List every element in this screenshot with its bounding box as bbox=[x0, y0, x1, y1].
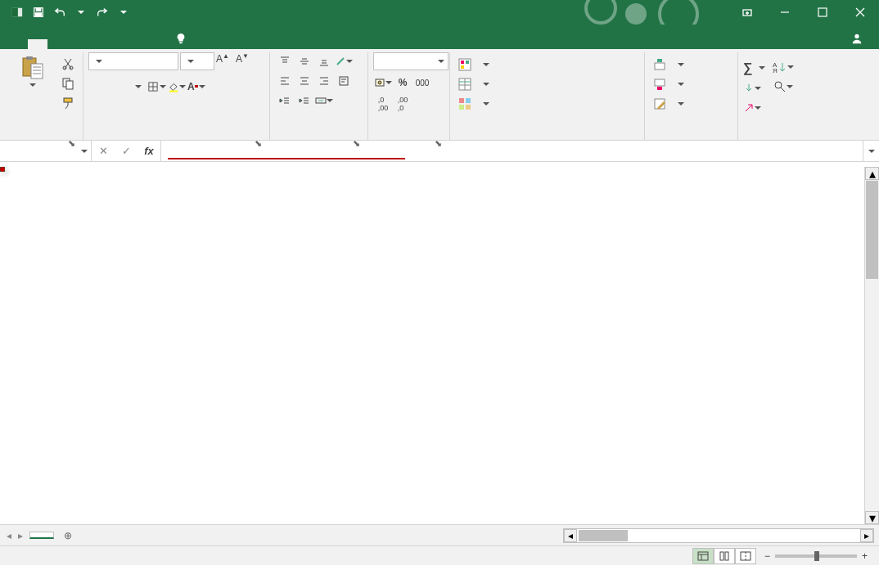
svg-rect-50 bbox=[461, 61, 464, 64]
fill-icon[interactable] bbox=[743, 80, 761, 97]
delete-cells-button[interactable] bbox=[650, 75, 687, 93]
svg-rect-7 bbox=[818, 8, 827, 16]
percent-icon[interactable]: % bbox=[393, 74, 412, 92]
tab-home[interactable] bbox=[28, 39, 47, 49]
expand-formula-bar-icon[interactable] bbox=[863, 141, 879, 161]
conditional-formatting-button[interactable] bbox=[455, 56, 493, 74]
worksheet-grid[interactable]: ▴ ▾ bbox=[0, 167, 879, 524]
cell-styles-button[interactable] bbox=[455, 95, 493, 113]
align-bottom-icon[interactable] bbox=[314, 52, 334, 70]
scroll-thumb[interactable] bbox=[579, 530, 628, 541]
add-sheet-icon[interactable]: ⊕ bbox=[59, 527, 77, 545]
formula-input[interactable] bbox=[161, 141, 863, 161]
cancel-formula-icon[interactable]: ✕ bbox=[92, 141, 115, 161]
tab-tell-me[interactable] bbox=[165, 28, 200, 49]
tab-page-layout[interactable] bbox=[67, 39, 87, 49]
scroll-left-icon[interactable]: ◂ bbox=[564, 529, 577, 542]
align-top-icon[interactable] bbox=[275, 52, 295, 70]
italic-button[interactable] bbox=[108, 78, 128, 96]
format-cells-button[interactable] bbox=[650, 95, 687, 113]
cut-icon[interactable] bbox=[59, 56, 77, 72]
view-normal-icon[interactable] bbox=[692, 548, 714, 564]
delete-cells-icon bbox=[653, 78, 666, 91]
qat-customize-icon[interactable] bbox=[113, 2, 134, 23]
format-cells-icon bbox=[653, 97, 666, 110]
zoom-control[interactable]: − + bbox=[764, 550, 872, 562]
fill-color-icon[interactable] bbox=[167, 78, 187, 96]
find-icon[interactable] bbox=[772, 79, 795, 95]
tab-review[interactable] bbox=[126, 39, 146, 49]
wrap-text-icon[interactable] bbox=[334, 72, 354, 90]
scroll-down-icon[interactable]: ▾ bbox=[865, 511, 879, 524]
thousands-icon[interactable]: 000 bbox=[412, 74, 432, 92]
zoom-out-icon[interactable]: − bbox=[764, 550, 770, 562]
zoom-in-icon[interactable]: + bbox=[862, 550, 868, 562]
group-clipboard: ⬊ bbox=[5, 52, 83, 140]
scroll-thumb[interactable] bbox=[866, 181, 878, 279]
tab-data[interactable] bbox=[106, 39, 126, 49]
svg-point-19 bbox=[70, 66, 73, 70]
tab-file[interactable] bbox=[8, 39, 28, 49]
vertical-scrollbar[interactable]: ▴ ▾ bbox=[864, 167, 879, 524]
undo-dropdown-icon[interactable] bbox=[70, 2, 92, 23]
format-painter-icon[interactable] bbox=[59, 95, 77, 111]
view-page-layout-icon[interactable] bbox=[714, 548, 735, 564]
ribbon-options-icon[interactable] bbox=[728, 0, 766, 25]
sort-filter-icon[interactable]: AЯ bbox=[772, 59, 795, 75]
ribbon: ⬊ A▲ A▼ A ⬊ bbox=[0, 49, 879, 141]
tab-formulas[interactable] bbox=[87, 39, 106, 49]
sheet-nav-prev-icon[interactable]: ◂ bbox=[7, 530, 11, 541]
copy-icon[interactable] bbox=[59, 75, 77, 92]
align-left-icon[interactable] bbox=[275, 72, 295, 90]
sheet-tab-bar: ◂ ▸ ⊕ ◂ ▸ bbox=[0, 524, 879, 545]
paste-button[interactable] bbox=[10, 52, 56, 87]
scroll-right-icon[interactable]: ▸ bbox=[860, 529, 873, 542]
merge-cells-icon[interactable] bbox=[314, 92, 334, 110]
view-page-break-icon[interactable] bbox=[735, 548, 756, 564]
status-bar: − + bbox=[0, 545, 879, 565]
align-right-icon[interactable] bbox=[314, 72, 334, 90]
increase-indent-icon[interactable] bbox=[295, 92, 314, 110]
font-color-icon[interactable]: A bbox=[187, 78, 206, 96]
font-name-combo[interactable] bbox=[88, 52, 178, 70]
tab-view[interactable] bbox=[146, 39, 165, 49]
close-icon[interactable] bbox=[841, 0, 879, 25]
autosum-button[interactable]: ∑ bbox=[743, 59, 765, 77]
horizontal-scrollbar[interactable]: ◂ ▸ bbox=[563, 528, 874, 543]
bold-button[interactable] bbox=[88, 78, 108, 96]
decrease-font-icon[interactable]: A▼ bbox=[236, 52, 254, 70]
increase-font-icon[interactable]: A▲ bbox=[216, 52, 234, 70]
minimize-icon[interactable] bbox=[766, 0, 804, 25]
scroll-up-icon[interactable]: ▴ bbox=[865, 167, 879, 180]
undo-icon[interactable] bbox=[49, 2, 70, 23]
font-size-combo[interactable] bbox=[180, 52, 214, 70]
svg-rect-3 bbox=[36, 8, 40, 11]
table-icon bbox=[458, 78, 471, 91]
maximize-icon[interactable] bbox=[804, 0, 841, 25]
currency-icon[interactable] bbox=[373, 74, 393, 92]
name-box[interactable] bbox=[0, 141, 92, 161]
svg-rect-10 bbox=[179, 42, 183, 43]
sheet-nav-next-icon[interactable]: ▸ bbox=[18, 530, 23, 541]
tab-insert[interactable] bbox=[47, 39, 67, 49]
share-button[interactable] bbox=[840, 28, 879, 49]
sheet-tab[interactable] bbox=[29, 532, 54, 539]
format-as-table-button[interactable] bbox=[455, 75, 493, 93]
redo-icon[interactable] bbox=[92, 2, 113, 23]
increase-decimal-icon[interactable]: ,0,00 bbox=[373, 95, 393, 113]
orientation-icon[interactable] bbox=[334, 52, 354, 70]
underline-button[interactable] bbox=[128, 78, 147, 96]
enter-formula-icon[interactable]: ✓ bbox=[115, 141, 137, 161]
group-editing: ∑ AЯ bbox=[738, 52, 874, 140]
svg-rect-74 bbox=[725, 552, 728, 560]
align-center-icon[interactable] bbox=[295, 72, 314, 90]
align-middle-icon[interactable] bbox=[295, 52, 314, 70]
fx-icon[interactable]: fx bbox=[137, 141, 160, 161]
number-format-combo[interactable] bbox=[373, 52, 449, 70]
save-icon[interactable] bbox=[28, 2, 49, 23]
clear-icon[interactable] bbox=[743, 100, 761, 116]
borders-icon[interactable] bbox=[147, 78, 167, 96]
decrease-indent-icon[interactable] bbox=[275, 92, 295, 110]
decrease-decimal-icon[interactable]: ,00,0 bbox=[393, 95, 412, 113]
insert-cells-button[interactable] bbox=[650, 56, 687, 74]
